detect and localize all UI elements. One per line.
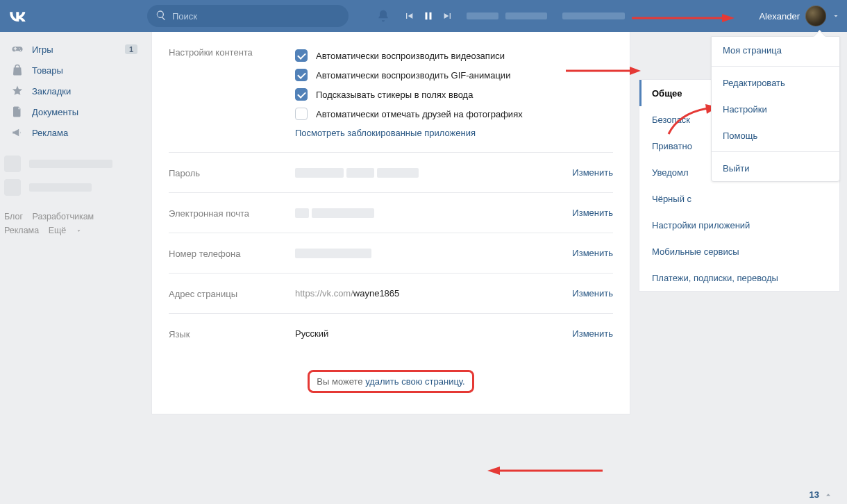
dropdown-my-page[interactable]: Моя страница [712, 37, 839, 63]
dropdown-help[interactable]: Помощь [712, 122, 839, 149]
track-title[interactable] [467, 12, 625, 19]
email-change-link[interactable]: Изменить [572, 208, 613, 218]
footer-devs[interactable]: Разработчикам [33, 212, 94, 221]
dropdown-edit[interactable]: Редактировать [712, 69, 839, 96]
password-masked-value [295, 168, 419, 178]
sidebar-item-docs[interactable]: Документы [4, 101, 143, 122]
search-icon [156, 10, 172, 23]
phone-label: Номер телефона [169, 247, 295, 259]
sidebar-item-ads[interactable]: Реклама [4, 122, 143, 143]
opt-label: Автоматически отмечать друзей на фотогра… [316, 109, 523, 119]
bag-icon [10, 62, 25, 78]
opt-suggest-stickers[interactable]: Подсказывать стикеры в полях ввода [295, 85, 613, 104]
footer-links: Блог Разработчикам Реклама Ещё [4, 210, 143, 237]
user-name-label: Alexander [759, 11, 800, 22]
top-header: Поиск Alexander [0, 0, 847, 32]
nav-label: Документы [32, 107, 78, 117]
address-change-link[interactable]: Изменить [572, 288, 613, 299]
sidebar-item-market[interactable]: Товары [4, 60, 143, 81]
star-icon [10, 83, 25, 99]
opt-label: Автоматически воспроизводить видеозаписи [316, 51, 505, 61]
megaphone-icon [10, 125, 25, 140]
chat-count: 13 [810, 489, 819, 500]
lang-label: Язык [169, 328, 295, 339]
vk-logo[interactable] [0, 10, 35, 22]
address-label: Адрес страницы [169, 287, 295, 299]
gamepad-icon [10, 42, 25, 57]
email-label: Электронная почта [169, 207, 295, 219]
search-input[interactable]: Поиск [147, 5, 349, 27]
opt-autotag-friends[interactable]: Автоматически отмечать друзей на фотогра… [295, 104, 613, 124]
opt-autoplay-video[interactable]: Автоматически воспроизводить видеозаписи [295, 46, 613, 65]
opt-autoplay-gif[interactable]: Автоматически воспроизводить GIF-анимаци… [295, 65, 613, 85]
checkbox-icon[interactable] [295, 88, 308, 101]
delete-pre-text: Вы можете [317, 376, 365, 387]
chat-toggle[interactable]: 13 [810, 489, 833, 500]
document-icon [10, 104, 25, 119]
sidebar-blurred-section [4, 156, 143, 196]
sidebar-item-bookmarks[interactable]: Закладки [4, 81, 143, 101]
music-player [403, 10, 625, 22]
avatar [805, 6, 826, 26]
nav-badge: 1 [125, 44, 137, 54]
settings-panel: Настройки контента Автоматически воспрои… [151, 32, 630, 414]
address-value: https://vk.com/wayne1865 [295, 288, 399, 299]
blocked-apps-link[interactable]: Посмотреть заблокированные приложения [295, 128, 476, 138]
lang-change-link[interactable]: Изменить [572, 328, 613, 339]
opt-label: Подсказывать стикеры в полях ввода [316, 90, 473, 100]
nav-label: Товары [32, 65, 63, 76]
checkbox-icon[interactable] [295, 108, 308, 120]
chevron-down-icon [832, 12, 840, 20]
next-track-icon[interactable] [442, 10, 454, 22]
delete-account-link[interactable]: удалить свою страницу. [365, 376, 465, 387]
settings-tab-blacklist[interactable]: Чёрный с [639, 185, 839, 212]
opt-label: Автоматически воспроизводить GIF-анимаци… [316, 70, 510, 81]
sidebar-item-games[interactable]: Игры 1 [4, 39, 143, 60]
password-label: Пароль [169, 167, 295, 178]
user-dropdown: Моя страница Редактировать Настройки Пом… [711, 36, 840, 182]
settings-tab-apps[interactable]: Настройки приложений [639, 212, 839, 238]
bell-icon[interactable] [375, 8, 392, 24]
content-settings-label: Настройки контента [169, 46, 295, 138]
footer-blog[interactable]: Блог [4, 212, 23, 221]
dropdown-logout[interactable]: Выйти [712, 155, 839, 181]
footer-ads[interactable]: Реклама [4, 226, 39, 235]
checkbox-icon[interactable] [295, 69, 308, 81]
header-user-menu[interactable]: Alexander [759, 0, 840, 32]
lang-value: Русский [295, 328, 328, 339]
settings-tab-mobile[interactable]: Мобильные сервисы [639, 238, 839, 264]
pause-icon[interactable] [422, 10, 435, 22]
email-masked-value [295, 208, 374, 218]
nav-label: Реклама [32, 128, 68, 138]
prev-track-icon[interactable] [403, 10, 415, 22]
phone-masked-value [295, 249, 371, 258]
nav-label: Игры [32, 44, 53, 55]
checkbox-icon[interactable] [295, 49, 308, 62]
password-change-link[interactable]: Изменить [572, 167, 613, 178]
settings-tab-payments[interactable]: Платежи, подписки, переводы [639, 264, 839, 291]
nav-label: Закладки [32, 86, 71, 96]
left-sidebar: Игры 1 Товары Закладки Документы Реклама [4, 39, 143, 237]
footer-more[interactable]: Ещё [49, 224, 82, 237]
dropdown-settings[interactable]: Настройки [712, 96, 839, 122]
search-placeholder: Поиск [172, 11, 197, 22]
delete-account-highlight: Вы можете удалить свою страницу. [308, 370, 473, 393]
phone-change-link[interactable]: Изменить [572, 248, 613, 258]
